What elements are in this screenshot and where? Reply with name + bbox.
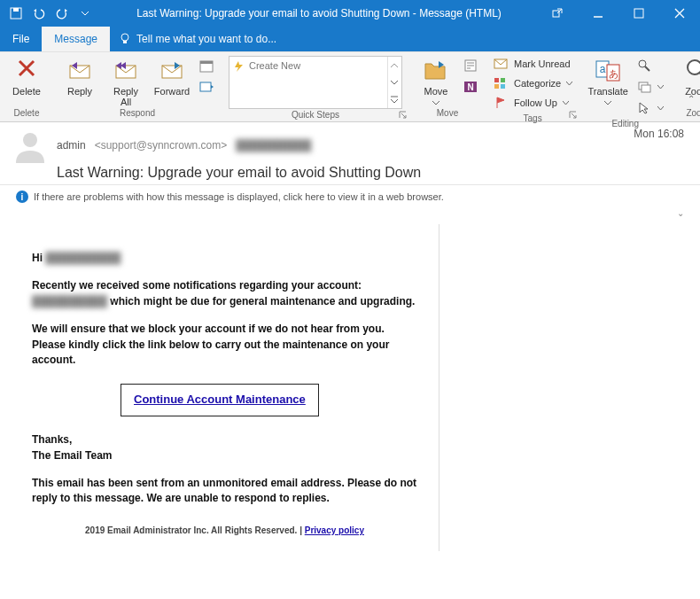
paragraph-1: Recently we received some notifications … [32,278,417,309]
from-name: admin [57,139,86,152]
ribbon-group-move: Move N Move [409,52,486,121]
translate-button[interactable]: aあ Translate [583,54,633,107]
disclaimer: This email has been sent from an unmonit… [32,476,417,507]
avatar-icon [12,128,48,163]
mark-unread-button[interactable]: Mark Unread [489,54,576,74]
forward-icon [159,56,185,84]
minimize-icon[interactable] [578,0,618,27]
quicksteps-gallery[interactable]: Create New [229,56,402,109]
svg-rect-20 [494,84,499,89]
flag-icon [493,95,509,111]
timestamp: Mon 16:08 [634,128,684,140]
chevron-down-icon [604,101,611,105]
svg-point-26 [639,60,646,67]
info-icon: i [16,191,28,203]
meeting-button[interactable] [195,56,218,75]
ribbon-group-editing: aあ Translate Editing [579,52,671,121]
select-button[interactable] [633,98,667,118]
svg-rect-4 [634,9,643,18]
popout-icon[interactable] [537,0,578,27]
categorize-button[interactable]: Categorize [489,74,576,93]
ribbon-group-respond: Reply Reply All Forward Respond [53,52,222,121]
dialog-launcher-icon[interactable] [399,111,408,120]
move-button[interactable]: Move [413,54,459,107]
select-icon [636,100,652,116]
lightbulb-icon [119,33,131,45]
footer: 2019 Email Administrator Inc. All Rights… [32,519,417,543]
meeting-icon [198,58,214,74]
onenote-button[interactable]: N [459,77,482,97]
tab-message[interactable]: Message [42,27,110,51]
svg-rect-11 [200,61,213,64]
tell-me-label: Tell me what you want to do... [136,33,276,45]
chevron-down-icon [566,82,572,86]
gallery-more-icon[interactable] [387,91,400,108]
find-button[interactable] [633,56,667,75]
related-button[interactable] [633,77,667,97]
svg-point-30 [688,60,700,74]
ribbon-tabs: File Message Tell me what you want to do… [0,27,700,51]
qat-dropdown-icon[interactable] [74,3,96,24]
more-respond-button[interactable] [195,77,218,97]
more-icon [198,79,214,95]
cta-button[interactable]: Continue Account Maintenance [121,384,319,416]
ribbon-group-delete: Delete Delete [0,52,53,121]
redo-icon[interactable] [51,3,73,24]
undo-icon[interactable] [28,3,50,24]
message-body: Hi ██████████ Recently we received some … [0,208,700,599]
zoom-icon [685,56,700,84]
gallery-down-icon[interactable] [387,74,400,90]
quick-access-toolbar [0,3,101,24]
subject: Last Warning: Upgrade your email to avoi… [57,165,684,181]
privacy-link[interactable]: Privacy policy [305,525,364,535]
greeting: Hi ██████████ [32,251,417,266]
window-controls [537,0,700,27]
ribbon-group-tags: Mark Unread Categorize Follow Up Tags [486,52,579,121]
chevron-down-icon [657,85,664,89]
delete-button[interactable]: Delete [4,54,50,97]
ribbon: Delete Delete Reply Reply All Forward [0,51,700,122]
save-icon[interactable] [5,3,27,24]
close-icon[interactable] [659,0,700,27]
reply-all-icon [113,56,139,84]
categorize-icon [493,75,509,91]
chevron-down-icon [657,106,664,111]
from-line: admin <support@synncrown.com> ██████████ [57,139,311,152]
recipient-blurred: ██████████ [236,139,311,152]
rules-button[interactable] [459,56,482,75]
message-header: admin <support@synncrown.com> ██████████… [0,122,700,185]
info-bar-text: If there are problems with how this mess… [34,191,444,202]
svg-rect-2 [553,11,559,17]
svg-line-27 [645,66,649,71]
tab-file[interactable]: File [0,27,42,51]
onenote-icon: N [463,79,478,95]
cta-link[interactable]: Continue Account Maintenance [134,393,306,406]
chevron-down-icon [563,101,569,105]
info-bar[interactable]: i If there are problems with how this me… [0,185,700,208]
tell-me-search[interactable]: Tell me what you want to do... [110,27,285,51]
forward-button[interactable]: Forward [149,54,195,97]
maximize-icon[interactable] [618,0,659,27]
ribbon-collapse-icon[interactable]: ⌃ [688,94,695,104]
window-titlebar: Last Warning: Upgrade your email to avoi… [0,0,700,27]
svg-rect-21 [501,84,505,89]
dialog-launcher-icon[interactable] [569,111,578,120]
paragraph-2: We will ensure that we block your accoun… [32,322,417,368]
reply-button[interactable]: Reply [57,54,103,97]
svg-point-5 [121,34,128,41]
svg-rect-1 [13,8,19,12]
from-email: <support@synncrown.com> [95,139,228,152]
reply-all-button[interactable]: Reply All [103,54,149,107]
window-title: Last Warning: Upgrade your email to avoi… [101,7,537,19]
reply-icon [66,56,93,84]
svg-rect-29 [642,85,650,92]
followup-button[interactable]: Follow Up [489,93,576,113]
svg-text:あ: あ [609,68,618,79]
delete-icon [14,56,39,84]
move-folder-icon [423,56,449,84]
related-icon [636,79,652,95]
zoom-button[interactable]: Zoom [674,54,700,97]
gallery-up-icon[interactable] [387,57,400,74]
chevron-down-icon [432,101,439,105]
svg-rect-19 [501,78,505,82]
